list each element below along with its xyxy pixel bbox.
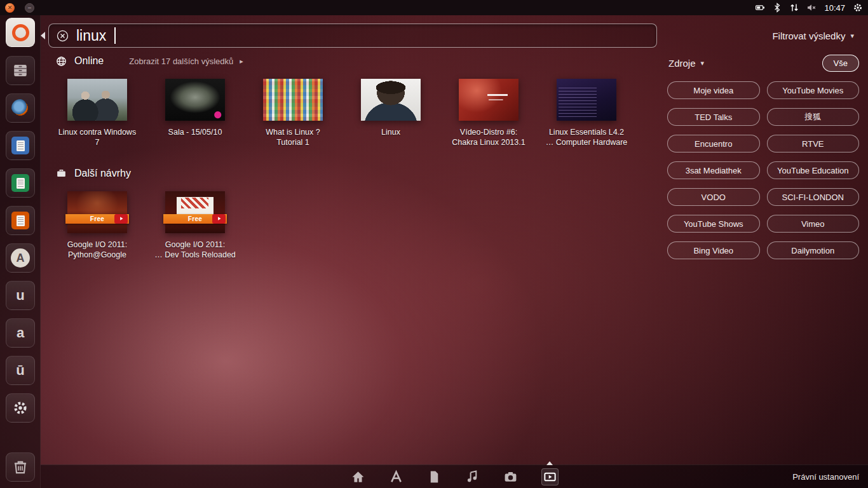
filter-option[interactable]: YouTube Education <box>767 161 860 179</box>
chevron-down-icon: ▾ <box>850 32 854 40</box>
video-title: Linux contra Windows 7 <box>58 127 136 148</box>
lens-home-icon[interactable] <box>351 470 365 484</box>
section-expander[interactable]: Zobrazit 17 dalších výsledků▸ <box>129 57 243 66</box>
launcher-item-amazon[interactable]: a <box>6 318 35 348</box>
lens-applications-icon[interactable] <box>389 470 403 484</box>
result-item[interactable]: FreeGoogle I/O 2011: Python@Google <box>48 191 146 261</box>
result-item[interactable]: FreeGoogle I/O 2011: … Dev Tools Reloade… <box>146 191 244 261</box>
result-item[interactable]: Sala - 15/05/10 <box>146 79 244 148</box>
trash-icon <box>12 459 29 475</box>
video-thumbnail[interactable]: Free <box>67 191 127 233</box>
filter-option[interactable]: VODO <box>667 188 760 206</box>
launcher-item-trash[interactable] <box>6 452 35 482</box>
filter-option[interactable]: 3sat Mediathek <box>667 161 760 179</box>
filter-option[interactable]: 搜狐 <box>767 108 860 126</box>
filter-results-label: Filtrovat výsledky <box>772 30 845 41</box>
session-menu-icon[interactable] <box>853 3 863 13</box>
result-item[interactable]: Vídeo-Distro #6: Chakra Linux 2013.1 <box>440 79 538 148</box>
section-title: Další návrhy <box>74 168 131 179</box>
video-thumbnail[interactable] <box>557 79 616 121</box>
launcher-item-libreoffice-writer[interactable] <box>6 131 35 160</box>
clear-search-icon[interactable] <box>57 30 69 42</box>
video-title: Sala - 15/05/10 <box>168 127 222 137</box>
video-title: Google I/O 2011: … Dev Tools Reloaded <box>154 240 236 261</box>
video-title: Google I/O 2011: Python@Google <box>67 240 127 261</box>
sources-label: Zdroje <box>668 58 696 69</box>
filter-option[interactable]: Vimeo <box>767 215 860 233</box>
launcher-item-libreoffice-impress[interactable] <box>6 206 35 235</box>
dash: linux Filtrovat výsledky ▾ OnlineZobrazi… <box>41 15 868 488</box>
launcher-item-libreoffice-calc[interactable] <box>6 168 35 198</box>
text-cursor <box>114 27 116 44</box>
filter-option[interactable]: YouTube Movies <box>767 81 860 99</box>
section-title: Online <box>74 55 104 67</box>
launcher-item-ubuntu-one[interactable]: u <box>6 281 35 310</box>
video-thumbnail[interactable] <box>459 79 519 121</box>
briefcase-icon <box>56 168 67 179</box>
sources-all-button[interactable]: Vše <box>822 55 859 72</box>
launcher-item-system-settings[interactable] <box>6 393 35 423</box>
filter-option[interactable]: YouTube Shows <box>667 215 760 233</box>
files-icon <box>12 62 29 79</box>
video-thumbnail[interactable] <box>165 79 225 121</box>
result-item[interactable]: Linux Essentials L4.2 … Computer Hardwar… <box>538 79 635 148</box>
lens-music-icon[interactable] <box>465 470 480 484</box>
filter-option[interactable]: TED Talks <box>667 108 760 126</box>
free-banner-label: Free <box>188 215 202 222</box>
ubuntu-one-icon: u <box>16 287 24 304</box>
bluetooth-icon[interactable] <box>772 3 782 13</box>
firefox-icon <box>11 99 29 117</box>
sources-header[interactable]: Zdroje ▾ <box>668 58 704 69</box>
result-grid-online: Linux contra Windows 7Sala - 15/05/10Wha… <box>48 79 649 148</box>
legal-link[interactable]: Právní ustanovení <box>792 472 859 482</box>
network-arrows-icon[interactable] <box>789 3 799 13</box>
software-center-icon: A <box>11 248 30 268</box>
lens-bar: Právní ustanovení <box>41 464 868 488</box>
close-button[interactable]: ✕ <box>5 3 15 13</box>
search-input[interactable]: linux <box>76 27 106 44</box>
result-item[interactable]: Linux contra Windows 7 <box>48 79 146 148</box>
lens-files-icon[interactable] <box>427 470 442 484</box>
filter-option[interactable]: Dailymotion <box>767 241 860 259</box>
result-item[interactable]: What is Linux ? Tutorial 1 <box>244 79 342 148</box>
launcher: Auaū <box>0 15 41 488</box>
lens-photos-icon[interactable] <box>503 470 518 484</box>
results-area: OnlineZobrazit 17 dalších výsledků▸Linux… <box>48 53 649 278</box>
dash-pointer-arrow <box>41 32 45 39</box>
filters-panel: Zdroje ▾ Vše Moje videaYouTube MoviesTED… <box>667 53 859 259</box>
filters-grid: Moje videaYouTube MoviesTED Talks搜狐Encue… <box>667 81 859 259</box>
filter-option[interactable]: Encuentro <box>667 135 760 152</box>
filter-results-toggle[interactable]: Filtrovat výsledky ▾ <box>772 30 854 41</box>
volume-muted-icon[interactable] <box>806 3 817 13</box>
writer-icon <box>11 137 29 154</box>
ubuntu-logo-icon <box>12 24 29 41</box>
section-header-suggestions: Další návrhy <box>56 166 649 181</box>
window-controls: ✕– <box>5 3 34 13</box>
filter-option[interactable]: Bing Video <box>667 241 760 259</box>
globe-icon <box>56 56 67 67</box>
launcher-item-firefox[interactable] <box>6 93 35 123</box>
video-thumbnail[interactable] <box>67 79 127 121</box>
search-bar[interactable]: linux <box>48 24 657 48</box>
video-thumbnail[interactable] <box>361 79 421 121</box>
launcher-item-dash-home[interactable] <box>6 18 35 47</box>
minimize-button[interactable]: – <box>25 3 34 13</box>
youtube-play-icon <box>212 214 226 224</box>
filter-option[interactable]: SCI-FI-LONDON <box>767 188 860 206</box>
ubuntu-one-music-icon: ū <box>16 362 24 379</box>
video-thumbnail[interactable] <box>263 79 323 121</box>
filter-option[interactable]: Moje videa <box>667 81 760 99</box>
amazon-icon: a <box>17 325 24 341</box>
launcher-item-files[interactable] <box>6 56 35 85</box>
clock[interactable]: 10:47 <box>824 3 845 13</box>
lens-switcher <box>351 468 559 485</box>
video-title: Linux Essentials L4.2 … Computer Hardwar… <box>546 127 628 148</box>
filter-option[interactable]: RTVE <box>767 135 860 152</box>
launcher-item-ubuntu-one-music[interactable]: ū <box>6 356 35 385</box>
launcher-item-software-center[interactable]: A <box>6 243 35 273</box>
lens-videos-icon[interactable] <box>541 468 559 485</box>
battery-icon[interactable] <box>755 3 765 13</box>
section-header-online: OnlineZobrazit 17 dalších výsledků▸ <box>56 53 649 69</box>
result-item[interactable]: Linux <box>342 79 440 148</box>
video-thumbnail[interactable]: Free <box>165 191 225 233</box>
